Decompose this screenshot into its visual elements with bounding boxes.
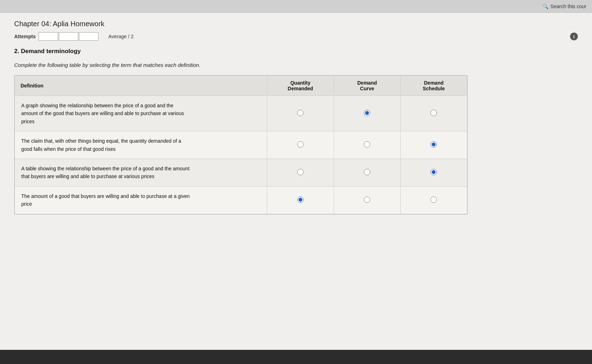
question-title: 2. Demand terminology [14, 48, 578, 55]
row3-demand-curve[interactable] [334, 159, 400, 186]
row1-definition: A graph showing the relationship between… [15, 96, 267, 131]
table-header-row: Definition QuantityDemanded DemandCurve … [15, 76, 467, 96]
row2-curve-radio[interactable] [364, 141, 370, 148]
row1-demand-schedule[interactable] [400, 96, 467, 131]
row3-definition: A table showing the relationship between… [15, 159, 267, 186]
row3-quantity-demanded[interactable] [267, 159, 334, 186]
table-row: A graph showing the relationship between… [15, 96, 467, 131]
attempts-boxes [39, 32, 98, 41]
row2-quantity-demanded[interactable] [267, 131, 334, 159]
top-bar: 🔍 Search this cour [0, 0, 592, 13]
col-demand-curve: DemandCurve [334, 76, 400, 96]
row1-demand-curve[interactable] [334, 96, 400, 131]
attempt-box-2 [59, 32, 78, 41]
col-definition: Definition [15, 76, 267, 96]
table-row: The amount of a good that buyers are wil… [15, 186, 467, 214]
search-label: Search this cour [551, 4, 586, 9]
table-row: The claim that, with other things being … [15, 131, 467, 159]
row1-schedule-radio[interactable] [430, 110, 437, 116]
row2-demand-schedule[interactable] [400, 131, 467, 159]
row2-qty-radio[interactable] [297, 141, 304, 148]
search-icon: 🔍 [542, 4, 548, 9]
row1-qty-radio[interactable] [297, 110, 304, 116]
row1-quantity-demanded[interactable] [267, 96, 334, 131]
attempt-box-3 [79, 32, 98, 41]
row3-curve-radio[interactable] [364, 169, 370, 175]
chapter-title: Chapter 04: Aplia Homework [14, 20, 578, 28]
row4-quantity-demanded[interactable] [267, 186, 334, 214]
average-label: Average / 2 [108, 34, 134, 39]
main-content: Chapter 04: Aplia Homework Attempts Aver… [0, 13, 592, 364]
question-table: Definition QuantityDemanded DemandCurve … [14, 75, 468, 215]
attempts-label: Attempts [14, 34, 36, 39]
row4-curve-radio[interactable] [364, 197, 370, 203]
row3-schedule-radio[interactable] [430, 169, 437, 175]
row4-qty-radio[interactable] [297, 197, 304, 203]
row4-demand-schedule[interactable] [400, 186, 467, 214]
row4-schedule-radio[interactable] [430, 197, 437, 203]
attempts-row: Attempts Average / 2 i [14, 32, 578, 41]
row2-definition: The claim that, with other things being … [15, 131, 267, 159]
instruction: Complete the following table by selectin… [14, 62, 578, 68]
search-bar: 🔍 Search this cour [542, 4, 586, 9]
info-icon[interactable]: i [570, 33, 578, 40]
row3-qty-radio[interactable] [297, 169, 304, 175]
row2-demand-curve[interactable] [334, 131, 400, 159]
col-quantity-demanded: QuantityDemanded [267, 76, 334, 96]
row4-demand-curve[interactable] [334, 186, 400, 214]
attempt-box-1 [39, 32, 58, 41]
row4-definition: The amount of a good that buyers are wil… [15, 186, 267, 214]
row1-curve-radio[interactable] [364, 110, 370, 116]
row3-demand-schedule[interactable] [400, 159, 467, 186]
col-demand-schedule: DemandSchedule [400, 76, 467, 96]
taskbar [0, 350, 592, 364]
table-row: A table showing the relationship between… [15, 159, 467, 186]
row2-schedule-radio[interactable] [430, 141, 437, 148]
